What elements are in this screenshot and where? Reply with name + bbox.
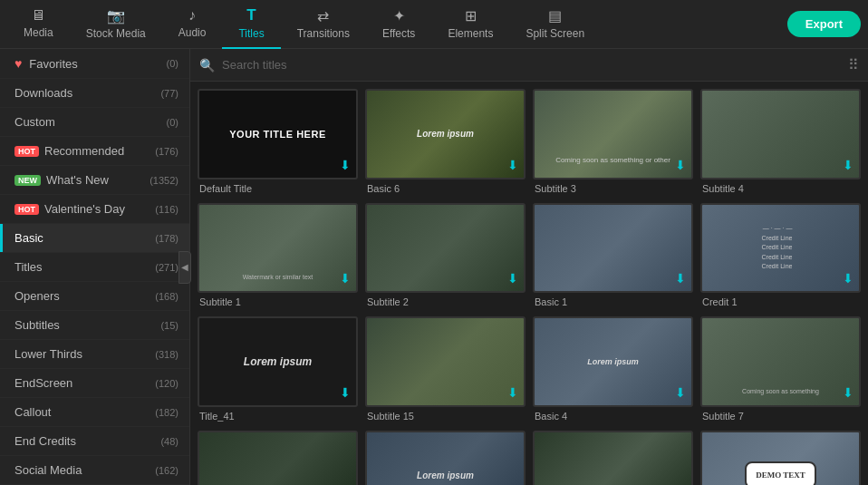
download-icon-basic-1: ⬇ (675, 271, 686, 286)
search-input[interactable] (222, 58, 841, 72)
sidebar-label-end-credits: End Credits (14, 434, 157, 448)
grid-item-title-29[interactable]: Lorem ipsum ⬇ Title 29 (365, 431, 526, 485)
sidebar-label-downloads: Downloads (14, 86, 157, 100)
sidebar-item-social-media[interactable]: Social Media (162) (0, 456, 189, 485)
titles-icon: T (246, 6, 256, 24)
sidebar-item-callout[interactable]: Callout (182) (0, 398, 189, 427)
nav-label-stock-media: Stock Media (86, 27, 146, 40)
grid-item-subtitle-4[interactable]: ⬇ Subtitle 4 (700, 89, 861, 196)
thumb-overlay: — · — · — Credit Line Credit Line Credit… (702, 205, 859, 292)
thumb-thought-bubble: DEMO TEXT ⬇ (700, 431, 861, 485)
thumb-credit-1: — · — · — Credit Line Credit Line Credit… (700, 203, 861, 294)
sidebar-item-whats-new[interactable]: NEW What's New (1352) (0, 166, 189, 195)
item-name-subtitle-15: Subtitle 15 (365, 407, 526, 423)
thumb-subtitle-2: ⬇ (365, 203, 526, 294)
grid-item-credit-1[interactable]: — · — · — Credit Line Credit Line Credit… (700, 203, 861, 310)
effects-icon: ✦ (393, 7, 405, 24)
nav-label-split-screen: Split Screen (526, 27, 584, 40)
grid-layout-icon[interactable]: ⠿ (848, 56, 859, 73)
download-icon-subtitle-7: ⬇ (843, 385, 854, 400)
sidebar-label-titles: Titles (14, 260, 151, 274)
sidebar-item-subtitles[interactable]: Subtitles (15) (0, 311, 189, 340)
sidebar-wrapper: ♥ Favorites (0) Downloads (77) Custom (0… (0, 49, 190, 485)
grid-item-basic-6[interactable]: Lorem ipsum ⬇ Basic 6 (365, 89, 526, 196)
download-icon-title-41: ⬇ (340, 385, 351, 400)
grid-item-credit-2[interactable]: Any text ⬇ Credit 2 (533, 431, 693, 485)
grid-item-basic-1[interactable]: ⬇ Basic 1 (533, 203, 693, 310)
grid-item-basic-4[interactable]: Lorem ipsum ⬇ Basic 4 (533, 316, 693, 423)
thumb-subtitle-1: Watermark or similar text ⬇ (198, 203, 358, 294)
sidebar-item-end-screen[interactable]: EndScreen (120) (0, 369, 189, 398)
thumb-text: Lorem ipsum (242, 354, 313, 370)
nav-item-titles[interactable]: T Titles (222, 0, 280, 49)
sidebar: ♥ Favorites (0) Downloads (77) Custom (0… (0, 49, 190, 485)
sidebar-item-custom[interactable]: Custom (0) (0, 108, 189, 137)
nav-item-audio[interactable]: ♪ Audio (162, 0, 223, 49)
grid-item-subtitle-7[interactable]: Coming soon as something ⬇ Subtitle 7 (700, 316, 861, 423)
sidebar-count-favorites: (0) (167, 58, 178, 69)
sidebar-item-openers[interactable]: Openers (168) (0, 282, 189, 311)
sidebar-item-downloads[interactable]: Downloads (77) (0, 79, 189, 108)
nav-item-effects[interactable]: ✦ Effects (366, 0, 431, 49)
thumb-subtitle-3: Coming soon as something or other ⬇ (533, 89, 693, 179)
sidebar-label-favorites: Favorites (29, 57, 162, 71)
item-name-title-41: Title_41 (198, 407, 358, 423)
sidebar-item-end-credits[interactable]: End Credits (48) (0, 427, 189, 456)
item-name-basic-4: Basic 4 (533, 407, 693, 423)
thumb-basic-6: Lorem ipsum ⬇ (365, 89, 526, 179)
nav-label-effects: Effects (382, 27, 415, 40)
nav-item-elements[interactable]: ⊞ Elements (431, 0, 509, 49)
grid-item-subtitle-2[interactable]: ⬇ Subtitle 2 (365, 203, 526, 310)
nav-item-split-screen[interactable]: ▤ Split Screen (509, 0, 601, 49)
nav-item-media[interactable]: 🖥 Media (7, 0, 70, 49)
item-name-credit-1: Credit 1 (700, 293, 861, 309)
grid-item-thought-bubble[interactable]: DEMO TEXT ⬇ Thought Bubble (700, 431, 861, 485)
new-badge-whats-new: NEW (14, 175, 41, 186)
download-icon-subtitle-3: ⬇ (675, 158, 686, 172)
hot-badge-recommended: HOT (14, 146, 39, 157)
nav-item-transitions[interactable]: ⇄ Transitions (281, 0, 366, 49)
sidebar-label-recommended: Recommended (44, 144, 151, 158)
sidebar-item-favorites[interactable]: ♥ Favorites (0) (0, 49, 189, 79)
thumb-basic-1: ⬇ (533, 203, 693, 294)
thumb-text: YOUR TITLE HERE (227, 127, 328, 141)
download-icon-basic-6: ⬇ (507, 158, 518, 172)
sidebar-item-titles[interactable]: Titles (271) (0, 253, 189, 282)
item-name-subtitle-3: Subtitle 3 (533, 179, 693, 196)
download-icon-credit-1: ⬇ (843, 271, 854, 286)
sidebar-count-end-credits: (48) (160, 436, 178, 447)
sidebar-label-end-screen: EndScreen (14, 376, 151, 390)
nav-label-titles: Titles (238, 27, 264, 40)
sidebar-item-recommended[interactable]: HOT Recommended (176) (0, 137, 189, 166)
sidebar-item-lower-thirds[interactable]: Lower Thirds (318) (0, 340, 189, 369)
search-icon: 🔍 (199, 58, 215, 73)
sidebar-label-basic: Basic (14, 231, 151, 245)
sidebar-count-social-media: (162) (155, 465, 178, 476)
thumb-overlay: Lorem ipsum (367, 432, 524, 485)
grid-item-title-41[interactable]: Lorem ipsum ⬇ Title_41 (198, 316, 358, 423)
sidebar-count-basic: (178) (155, 233, 178, 244)
thumb-title-41: Lorem ipsum ⬇ (198, 316, 358, 407)
nav-label-audio: Audio (178, 26, 207, 39)
thumb-text: DEMO TEXT (754, 469, 807, 481)
thumb-overlay: Lorem ipsum (535, 318, 691, 405)
media-icon: 🖥 (31, 7, 45, 24)
split-screen-icon: ▤ (548, 7, 562, 24)
grid-item-default-title[interactable]: YOUR TITLE HERE ⬇ Default Title (198, 89, 358, 196)
item-name-subtitle-2: Subtitle 2 (365, 293, 526, 309)
grid-item-subtitle-3[interactable]: Coming soon as something or other ⬇ Subt… (533, 89, 693, 196)
sidebar-item-valentines-day[interactable]: HOT Valentine's Day (116) (0, 195, 189, 224)
thumb-subtitle-7: Coming soon as something ⬇ (700, 316, 861, 407)
item-name-subtitle-7: Subtitle 7 (700, 407, 861, 423)
grid-item-subtitle-15[interactable]: ⬇ Subtitle 15 (365, 316, 526, 423)
sidebar-count-recommended: (176) (155, 146, 178, 157)
download-icon-subtitle-15: ⬇ (507, 385, 518, 400)
export-button[interactable]: Export (787, 11, 861, 37)
sidebar-item-basic[interactable]: Basic (178) (0, 224, 189, 253)
grid-item-credit-3[interactable]: Joe Bloggs ⬇ Credit 3 (198, 431, 358, 485)
sidebar-collapse-button[interactable]: ◀ (178, 251, 191, 284)
item-name-default-title: Default Title (198, 179, 358, 196)
item-name-subtitle-4: Subtitle 4 (700, 179, 861, 196)
nav-item-stock-media[interactable]: 📷 Stock Media (70, 0, 162, 49)
grid-item-subtitle-1[interactable]: Watermark or similar text ⬇ Subtitle 1 (198, 203, 358, 310)
